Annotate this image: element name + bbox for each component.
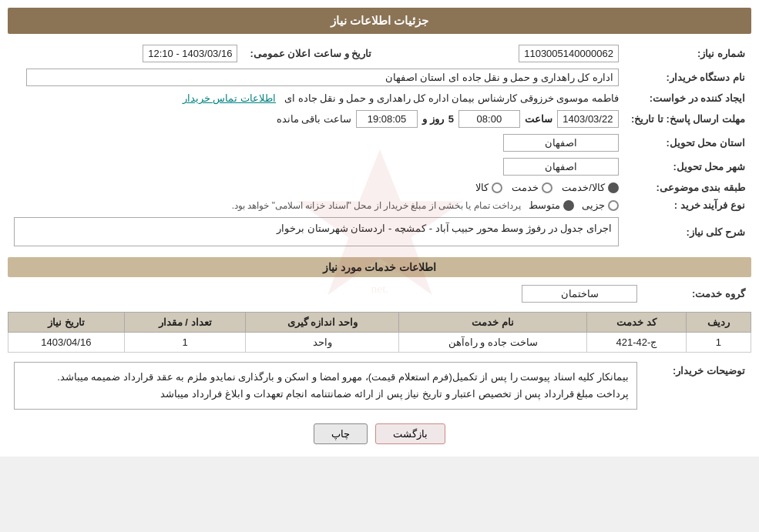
back-button[interactable]: بازگشت — [375, 423, 445, 444]
action-buttons: بازگشت چاپ — [8, 423, 751, 444]
cell-row: 1 — [686, 333, 751, 353]
cell-code: ج-42-421 — [587, 333, 686, 353]
services-data-table: ردیف کد خدمت نام خدمت واحد اندازه گیری ت… — [8, 312, 751, 353]
category-label: طبقه بندی موضوعی: — [625, 179, 751, 196]
province-input: اصفهان — [503, 134, 619, 152]
deadline-row: 1403/03/22 ساعت 08:00 5 روز و 19:08:05 س… — [8, 107, 625, 131]
radio-jozyi[interactable]: جزیی — [582, 199, 619, 211]
announce-datetime-label: تاریخ و ساعت اعلان عمومی: — [243, 42, 378, 65]
buyer-note-value: بیمانکار کلیه اسناد پیوست را پس از تکمیل… — [8, 359, 643, 413]
radio-kala-label: کالا — [475, 182, 489, 193]
cell-date: 1403/04/16 — [8, 333, 125, 353]
need-number-value: 1103005140000062 — [378, 42, 625, 65]
buyer-note-table: توضیحات خریدار: بیمانکار کلیه اسناد پیوس… — [8, 359, 751, 413]
cell-unit: واحد — [246, 333, 399, 353]
creator-value: فاطمه موسوی خرزوقی کارشناس بیمان اداره ک… — [8, 89, 625, 107]
description-box: اجرای جدول در رفوژ وسط محور حبیب آباد - … — [14, 217, 619, 246]
deadline-day-label: روز و — [422, 113, 444, 125]
radio-motasat-circle — [563, 200, 574, 211]
radio-khedmat[interactable]: خدمت — [512, 182, 552, 193]
announce-datetime-value: 1403/03/16 - 12:10 — [8, 42, 243, 65]
creator-label: ایجاد کننده در خواست: — [625, 89, 751, 107]
radio-kala-khedmat-circle — [608, 182, 619, 193]
deadline-time-label: ساعت — [525, 113, 552, 125]
col-date: تاریخ نیاز — [8, 313, 125, 333]
table-row: 1ج-42-421ساخت جاده و راه‌آهنواحد11403/04… — [8, 333, 751, 353]
city-input: اصفهان — [503, 158, 619, 176]
page-title: جزئیات اطلاعات نیاز — [8, 8, 751, 34]
radio-kala[interactable]: کالا — [475, 182, 502, 193]
deadline-remaining: 19:08:05 — [356, 110, 418, 128]
category-value: کالا/خدمت خدمت کالا — [8, 179, 625, 196]
org-name-input: اداره کل راهداری و حمل و نقل جاده ای است… — [26, 69, 619, 86]
creator-text: فاطمه موسوی خرزوقی کارشناس بیمان اداره ک… — [284, 92, 619, 104]
process-note: پرداخت تمام یا بخشی از مبلغ خریدار از مح… — [232, 200, 521, 211]
print-button[interactable]: چاپ — [314, 423, 368, 444]
radio-jozyi-circle — [608, 200, 619, 211]
cell-name: ساخت جاده و راه‌آهن — [399, 333, 587, 353]
cell-quantity: 1 — [124, 333, 246, 353]
org-name-value: اداره کل راهداری و حمل و نقل جاده ای است… — [8, 65, 625, 89]
process-type-label: نوع فرآیند خرید : — [625, 196, 751, 214]
deadline-days-value: 5 — [448, 113, 454, 125]
creator-contact-link[interactable]: اطلاعات تماس خریدار — [183, 92, 276, 104]
description-value: اجرای جدول در رفوژ وسط محور حبیب آباد - … — [8, 214, 625, 249]
radio-jozyi-label: جزیی — [582, 199, 605, 211]
col-name: نام خدمت — [399, 313, 587, 333]
services-section-title: اطلاعات خدمات مورد نیاز — [8, 257, 751, 277]
main-info-table: شماره نیاز: 1103005140000062 تاریخ و ساع… — [8, 42, 751, 249]
description-label: شرح کلی نیاز: — [625, 214, 751, 249]
need-number-input: 1103005140000062 — [519, 45, 619, 62]
process-type-row: جزیی متوسط پرداخت تمام یا بخشی از مبلغ خ… — [8, 196, 625, 214]
deadline-date: 1403/03/22 — [557, 110, 619, 128]
col-quantity: تعداد / مقدار — [124, 313, 246, 333]
col-code: کد خدمت — [587, 313, 686, 333]
announce-datetime-input: 1403/03/16 - 12:10 — [143, 45, 237, 62]
radio-kala-khedmat[interactable]: کالا/خدمت — [562, 182, 619, 193]
city-label: شهر محل تحویل: — [625, 155, 751, 179]
col-row: ردیف — [686, 313, 751, 333]
buyer-note-box: بیمانکار کلیه اسناد پیوست را پس از تکمیل… — [14, 362, 637, 410]
city-value: اصفهان — [8, 155, 625, 179]
radio-kala-khedmat-label: کالا/خدمت — [562, 182, 605, 193]
deadline-time: 08:00 — [458, 110, 520, 128]
col-unit-measure: واحد اندازه گیری — [246, 313, 399, 333]
radio-motasat[interactable]: متوسط — [529, 199, 574, 211]
province-value: اصفهان — [8, 131, 625, 155]
deadline-remaining-label: ساعت باقی مانده — [277, 113, 351, 125]
radio-kala-circle — [492, 182, 502, 193]
radio-motasat-label: متوسط — [529, 199, 560, 211]
province-label: استان محل تحویل: — [625, 131, 751, 155]
need-number-label: شماره نیاز: — [625, 42, 751, 65]
service-group-value: ساختمان — [8, 282, 643, 306]
radio-khedmat-circle — [542, 182, 552, 193]
service-group-table: گروه خدمت: ساختمان — [8, 282, 751, 306]
radio-khedmat-label: خدمت — [512, 182, 539, 193]
org-name-label: نام دستگاه خریدار: — [625, 65, 751, 89]
buyer-note-label: توضیحات خریدار: — [643, 359, 751, 413]
deadline-label: مهلت ارسال پاسخ: تا تاریخ: — [625, 107, 751, 131]
service-group-input: ساختمان — [522, 285, 637, 303]
service-group-label: گروه خدمت: — [643, 282, 751, 306]
